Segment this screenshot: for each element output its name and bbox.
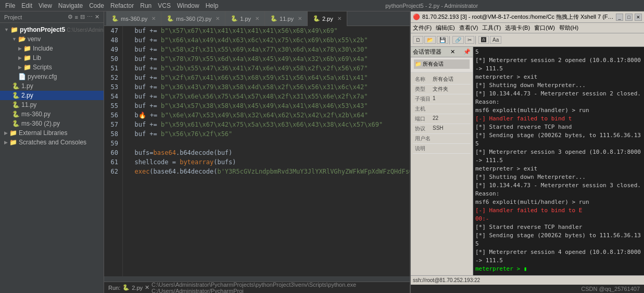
type-val: 文件夹	[433, 86, 448, 93]
name-label: 名称	[415, 76, 431, 83]
sidebar-gear-icon[interactable]: ⚙	[68, 14, 73, 20]
run-output-bar: Run: 🐍 2.py ✕ C:\Users\Administrator\Pyc…	[104, 282, 410, 293]
tree-label: pythonProject5	[20, 26, 65, 33]
tab-label: 11.py	[280, 16, 294, 22]
sidebar-close[interactable]: ✕	[450, 48, 455, 55]
sidebar-split-icon[interactable]: ⊟	[80, 14, 85, 20]
tab-2py[interactable]: 🐍 2.py ✕	[308, 11, 347, 26]
menu-edit[interactable]: Edit	[18, 2, 35, 9]
tree-item-ms360-2[interactable]: 🐍 ms-360 (2).py	[0, 119, 104, 128]
project-tree: ▼ 📁 pythonProject5 C:\Users\Administrato…	[0, 23, 104, 293]
menu-run[interactable]: Run	[137, 2, 155, 9]
xshell-menu-tab[interactable]: 选项卡(B)	[505, 24, 530, 32]
xshell-color-btn[interactable]: 🅰	[478, 36, 489, 44]
tree-item-11py[interactable]: 🐍 11.py	[0, 100, 104, 109]
tab-close-ms360-2[interactable]: ✕	[216, 16, 220, 21]
menu-file[interactable]: File	[2, 2, 18, 9]
tree-item-root[interactable]: ▼ 📁 pythonProject5 C:\Users\Administrato…	[0, 25, 104, 34]
tab-close-2py[interactable]: ✕	[337, 16, 342, 21]
xshell-open-btn[interactable]: 📂	[424, 36, 436, 44]
tab-label: 2.py	[322, 16, 333, 22]
xshell-menubar: 文件(F) 编辑(E) 查看(V) 工具(T) 选项卡(B) 窗口(W) 帮助(…	[411, 23, 644, 33]
xshell-statusbar: ssh://root@81.70.252.193:22	[411, 275, 644, 285]
folder-icon: 📁	[23, 45, 31, 52]
tree-label: 1.py	[21, 82, 33, 90]
arrow-icon: ▼	[4, 27, 9, 32]
xshell-new-btn[interactable]: 🗋	[413, 36, 423, 44]
xshell-save-btn[interactable]: 💾	[437, 36, 448, 44]
tree-item-pyvenv[interactable]: 📄 pyvenv.cfg	[0, 72, 104, 81]
xshell-menu-tools[interactable]: 工具(T)	[482, 24, 501, 32]
tab-close-11py[interactable]: ✕	[298, 16, 302, 21]
tab-label: 1.py	[240, 16, 251, 22]
sidebar-pin[interactable]: 📌	[463, 48, 471, 55]
tab-11py[interactable]: 🐍 11.py ✕	[265, 11, 308, 26]
arrow-icon: ▶	[4, 130, 8, 136]
tab-label: ms-360 (2).py	[176, 16, 211, 22]
xshell-font-btn[interactable]: Aa	[490, 36, 501, 44]
menu-help[interactable]: Help	[203, 2, 222, 9]
tab-ms360-2[interactable]: 🐍 ms-360 (2).py ✕	[161, 11, 225, 26]
xshell-menu-file[interactable]: 文件(F)	[413, 24, 432, 32]
xshell-menu-edit[interactable]: 编辑(E)	[436, 24, 455, 32]
xshell-connect-btn[interactable]: 🔗	[452, 36, 464, 44]
horizontal-scrollbar[interactable]	[104, 276, 410, 282]
tree-item-scripts[interactable]: ▶ 📁 Scripts	[0, 63, 104, 72]
tree-label: venv	[28, 35, 41, 43]
py-icon: 🐍	[12, 92, 20, 99]
tab-close-1py[interactable]: ✕	[255, 16, 259, 21]
menu-refactor[interactable]: Refactor	[107, 2, 137, 9]
menu-window[interactable]: Window	[174, 2, 203, 9]
host-label: 主机	[415, 105, 431, 113]
py-icon: 🐍	[12, 101, 20, 108]
tree-item-include[interactable]: ▶ 📁 Include	[0, 44, 104, 53]
xshell-disconnect-btn[interactable]: ✂	[465, 36, 474, 44]
tab-close-ms360[interactable]: ✕	[151, 16, 156, 21]
tab-ms360[interactable]: 🐍 ms-360.py ✕	[106, 11, 161, 26]
sidebar-layout-icon[interactable]: ≡	[75, 14, 78, 20]
session-item[interactable]: 📁 所有会话	[411, 57, 473, 72]
sidebar-close-icon[interactable]: ✕	[95, 14, 99, 20]
xshell-menu-help[interactable]: 帮助(H)	[559, 24, 578, 32]
menu-code[interactable]: Code	[86, 2, 107, 9]
tree-item-ext-libs[interactable]: ▶ 📁 External Libraries	[0, 128, 104, 138]
xshell-close-btn[interactable]: ✕	[635, 14, 642, 21]
tree-path: C:\Users\Administrator\PycharmProj	[67, 27, 104, 33]
sidebar-header: Project ⚙ ≡ ⊟ ⋯ ✕	[0, 11, 104, 23]
xshell-minimize-btn[interactable]: _	[616, 14, 623, 21]
run-icon: 🐍	[122, 284, 130, 291]
sidebar-settings-icon[interactable]: ⋯	[87, 14, 93, 20]
tree-item-lib[interactable]: ▶ 📁 Lib	[0, 53, 104, 63]
window-title: pythonProject5 - 2.py - Administrator	[221, 3, 642, 9]
xshell-terminal[interactable]: [*] 10.134.44.73 - Meterpreter session 1…	[473, 47, 644, 275]
xshell-maximize-btn[interactable]: □	[625, 14, 633, 21]
tree-item-2py[interactable]: 🐍 2.py	[0, 91, 104, 100]
folder-icon: 📁	[23, 54, 31, 62]
menu-vcs[interactable]: VCS	[155, 2, 174, 9]
tree-label: Scratches and Consoles	[19, 139, 86, 146]
editor-area: 🐍 ms-360.py ✕ 🐍 ms-360 (2).py ✕ 🐍 1.py ✕…	[104, 11, 410, 293]
code-content[interactable]: buf += b"\x57\x67\x41\x41\x41\x41\x41\x5…	[123, 26, 410, 276]
menu-view[interactable]: View	[35, 2, 55, 9]
xshell-menu-view[interactable]: 查看(V)	[459, 24, 478, 32]
tree-label: ms-360 (2).py	[21, 120, 60, 127]
tab-1py[interactable]: 🐍 1.py ✕	[225, 11, 265, 26]
py-icon: 🐍	[12, 111, 20, 118]
session-info: 名称所有会话 类型文件夹 子项目1 主机 端口22 协议SSH 用户名 说明	[411, 72, 473, 156]
code-editor[interactable]: 47484950515253545556575859606162 buf += …	[104, 26, 410, 276]
tree-label: Include	[33, 45, 53, 52]
xshell-title: 81.70.252.193 [3] - root@VM-8-17-centos:…	[422, 13, 614, 21]
tree-item-1py[interactable]: 🐍 1.py	[0, 81, 104, 91]
tree-item-ms360[interactable]: 🐍 ms-360.py	[0, 109, 104, 119]
xshell-main: 会话管理器 ✕ 📌 📁 所有会话 名称所有会话 类型文件夹 子项目1 主机 端口…	[411, 47, 644, 275]
tab-icon: 🐍	[111, 15, 119, 22]
folder-icon: 📁	[23, 64, 31, 71]
arrow-icon: ▶	[18, 65, 22, 70]
xshell-toolbar: 🗋 📂 💾 🔗 ✂ 🅰 Aa	[411, 33, 644, 47]
tree-item-venv[interactable]: ▼ 📂 venv	[0, 34, 104, 44]
menu-navigate[interactable]: Navigate	[55, 2, 86, 9]
run-label: Run:	[108, 285, 120, 291]
file-icon: 📄	[18, 73, 26, 80]
xshell-menu-window[interactable]: 窗口(W)	[534, 24, 555, 32]
tree-item-scratches[interactable]: ▶ 📁 Scratches and Consoles	[0, 138, 104, 147]
